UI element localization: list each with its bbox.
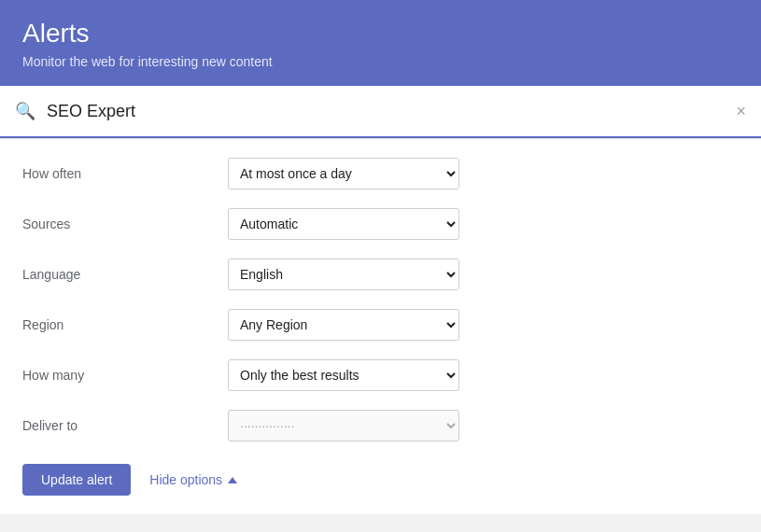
region-row: Region Any Region United States United K…	[22, 300, 739, 350]
how-often-select[interactable]: As-it-happens At most once a day At most…	[228, 158, 459, 189]
chevron-up-icon	[228, 477, 237, 483]
how-often-label: How often	[22, 166, 228, 181]
how-many-label: How many	[22, 368, 228, 383]
sources-label: Sources	[22, 217, 228, 231]
language-select[interactable]: English French German Spanish Italian	[228, 259, 459, 290]
deliver-to-label: Deliver to	[22, 418, 228, 433]
how-many-select[interactable]: Only the best results All results	[228, 359, 459, 391]
deliver-to-select[interactable]: ···············	[228, 410, 459, 441]
sources-select[interactable]: Automatic News Blogs Web Video Books Dis…	[228, 208, 459, 240]
options-panel: How often As-it-happens At most once a d…	[0, 138, 761, 514]
page-header: Alerts Monitor the web for interesting n…	[0, 0, 761, 86]
how-often-row: How often As-it-happens At most once a d…	[22, 148, 739, 199]
hide-options-button[interactable]: Hide options	[149, 472, 237, 487]
search-input[interactable]	[47, 102, 736, 121]
region-select[interactable]: Any Region United States United Kingdom …	[228, 309, 459, 341]
search-bar: 🔍 ×	[0, 86, 761, 138]
update-alert-button[interactable]: Update alert	[22, 464, 131, 496]
sources-row: Sources Automatic News Blogs Web Video B…	[22, 199, 739, 249]
deliver-to-row: Deliver to ···············	[22, 400, 739, 451]
how-many-row: How many Only the best results All resul…	[22, 350, 739, 400]
region-label: Region	[22, 317, 228, 332]
page-subtitle: Monitor the web for interesting new cont…	[22, 54, 739, 69]
footer: Update alert Hide options	[22, 451, 739, 496]
language-row: Language English French German Spanish I…	[22, 249, 739, 300]
search-icon: 🔍	[15, 101, 35, 121]
language-label: Language	[22, 267, 228, 282]
page-title: Alerts	[22, 19, 739, 49]
clear-icon[interactable]: ×	[736, 102, 746, 121]
hide-options-label: Hide options	[149, 472, 222, 487]
